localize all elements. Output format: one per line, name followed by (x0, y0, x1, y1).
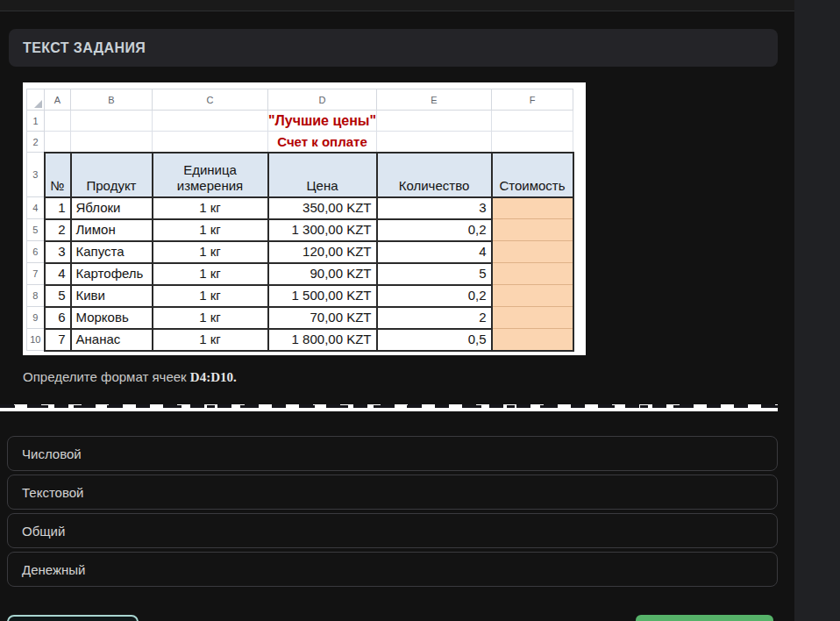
grid-cell (377, 132, 492, 153)
data-cell: 7 (45, 329, 71, 351)
data-cell: 6 (45, 307, 71, 329)
answer-option-3[interactable]: Общий (7, 513, 778, 548)
data-cell: 5 (45, 285, 71, 307)
answer-option-label: Числовой (22, 446, 82, 461)
row-number: 8 (27, 285, 45, 307)
data-cell: 0,5 (377, 329, 492, 351)
data-cell: 1 кг (153, 241, 268, 263)
grid-cell (153, 111, 268, 132)
data-cell: 2 (377, 307, 492, 329)
data-cell: 1 кг (153, 219, 268, 241)
data-cell: 3 (377, 197, 492, 219)
data-cell: 1 300,00 KZT (268, 219, 377, 241)
data-cell: Яблоки (71, 197, 153, 219)
sheet-subtitle: Счет к оплате (277, 134, 367, 149)
question-prefix: Определите формат ячеек (23, 369, 190, 384)
data-cell: 0,2 (377, 285, 492, 307)
secondary-action-button[interactable] (7, 615, 139, 621)
column-letter: B (71, 89, 153, 111)
row-number: 5 (27, 219, 45, 241)
spreadsheet-table: ABCDEF1"Лучшие цены"2Счет к оплате3№Прод… (26, 89, 574, 352)
row-number: 9 (27, 307, 45, 329)
data-cell (492, 329, 573, 351)
data-cell: 1 (45, 197, 71, 219)
column-letter: F (492, 89, 573, 111)
primary-action-button[interactable] (636, 615, 773, 621)
data-cell: 120,00 KZT (268, 241, 377, 263)
data-cell: 350,00 KZT (268, 197, 377, 219)
column-letter: E (377, 89, 492, 111)
data-cell: Ананас (71, 329, 153, 351)
data-cell: 70,00 KZT (268, 307, 377, 329)
select-all-corner-cell (27, 89, 45, 111)
table-header-cell: Количество (377, 153, 492, 197)
row-number: 1 (27, 111, 45, 132)
row-number: 3 (27, 153, 45, 197)
answer-option-label: Текстовой (22, 485, 83, 500)
data-cell: Картофель (71, 263, 153, 285)
grid-cell: "Лучшие цены" (268, 111, 377, 132)
data-cell: 3 (45, 241, 71, 263)
grid-cell (45, 132, 71, 153)
dashed-divider (0, 404, 778, 411)
data-cell: Лимон (71, 219, 153, 241)
row-number: 2 (27, 132, 45, 153)
column-letter: A (45, 89, 71, 111)
sheet-title: "Лучшие цены" (268, 113, 376, 129)
data-cell: 0,2 (377, 219, 492, 241)
data-cell: Киви (71, 285, 153, 307)
grid-cell (492, 111, 573, 132)
data-cell: 2 (45, 219, 71, 241)
row-number: 7 (27, 263, 45, 285)
question-text: Определите формат ячеек D4:D10. (23, 369, 237, 385)
right-scroll-gutter (794, 0, 840, 621)
data-cell (492, 197, 573, 219)
spreadsheet-image: ABCDEF1"Лучшие цены"2Счет к оплате3№Прод… (23, 82, 586, 355)
answer-option-4[interactable]: Денежный (7, 552, 778, 587)
answer-option-label: Общий (22, 524, 65, 539)
data-cell (492, 285, 573, 307)
table-header-cell: Цена (268, 153, 377, 197)
data-cell: 1 кг (153, 197, 268, 219)
data-cell: 90,00 KZT (268, 263, 377, 285)
answer-option-2[interactable]: Текстовой (7, 475, 778, 510)
data-cell: 5 (377, 263, 492, 285)
data-cell: 1 500,00 KZT (268, 285, 377, 307)
task-header-card: ТЕКСТ ЗАДАНИЯ (9, 29, 778, 67)
task-header-title: ТЕКСТ ЗАДАНИЯ (23, 40, 146, 56)
grid-cell (153, 132, 268, 153)
data-cell (492, 263, 573, 285)
table-header-cell: Стоимость (492, 153, 573, 197)
column-letter: C (153, 89, 268, 111)
grid-cell: Счет к оплате (268, 132, 377, 153)
data-cell: 1 кг (153, 285, 268, 307)
answer-option-1[interactable]: Числовой (7, 436, 778, 471)
data-cell: 4 (377, 241, 492, 263)
data-cell (492, 241, 573, 263)
top-divider-strip (0, 0, 794, 11)
table-header-cell: Продукт (71, 153, 153, 197)
table-header-cell: Единица измерения (153, 153, 268, 197)
row-number: 6 (27, 241, 45, 263)
data-cell: Морковь (71, 307, 153, 329)
data-cell: 1 800,00 KZT (268, 329, 377, 351)
grid-cell (71, 132, 153, 153)
row-number: 4 (27, 197, 45, 219)
row-number: 10 (27, 329, 45, 351)
data-cell: Капуста (71, 241, 153, 263)
answer-options-list: ЧисловойТекстовойОбщийДенежный (7, 436, 778, 590)
grid-cell (45, 111, 71, 132)
answer-option-label: Денежный (22, 562, 85, 577)
data-cell (492, 307, 573, 329)
column-letter: D (268, 89, 377, 111)
data-cell: 1 кг (153, 307, 268, 329)
data-cell: 1 кг (153, 263, 268, 285)
data-cell (492, 219, 573, 241)
data-cell: 1 кг (153, 329, 268, 351)
table-header-cell: № (45, 153, 71, 197)
question-cell-range: D4:D10. (190, 370, 237, 384)
grid-cell (377, 111, 492, 132)
grid-cell (492, 132, 573, 153)
grid-cell (71, 111, 153, 132)
data-cell: 4 (45, 263, 71, 285)
